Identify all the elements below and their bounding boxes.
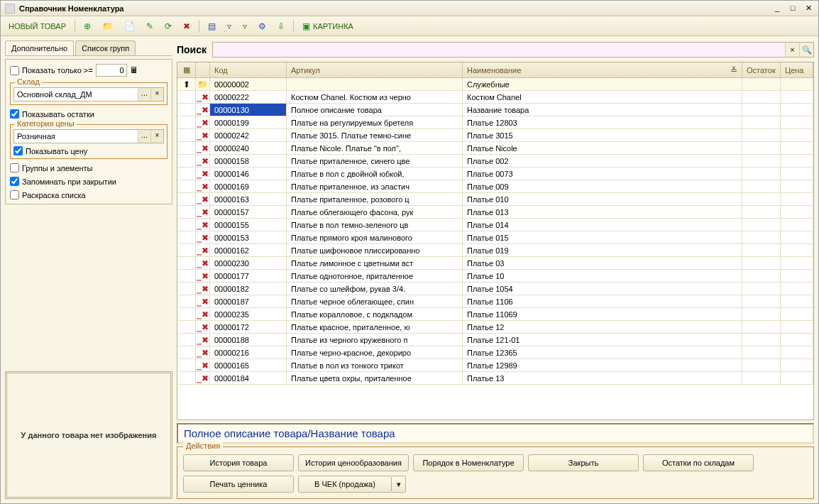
warehouse-select-button[interactable]: … — [138, 88, 150, 101]
history-button[interactable]: История товара — [183, 454, 294, 471]
show-only-checkbox[interactable]: Показать только >= — [10, 66, 93, 75]
warehouse-combo[interactable]: … × — [13, 87, 164, 102]
order-nomenclature-button[interactable]: Порядок в Номенклатуре — [413, 454, 524, 471]
cell-stock — [742, 359, 781, 371]
table-row[interactable]: ⎯✖00000235Платье коралловое, с подкладом… — [177, 308, 813, 321]
table-row[interactable]: ⎯✖00000146Платье в пол с двойной юбкой,П… — [177, 168, 813, 180]
cell-name: Платье 12803 — [463, 116, 742, 128]
show-stock-checkbox[interactable]: Показывать остатки — [10, 109, 167, 119]
col-stock[interactable]: Остаток — [742, 62, 781, 77]
table-row[interactable]: ⎯✖00000169Платье приталенное, из эластич… — [177, 180, 813, 193]
picture-button[interactable]: ▣КАРТИНКА — [297, 19, 358, 33]
search-input[interactable] — [213, 43, 785, 57]
table-row[interactable]: ⬆📁00000002Служебные — [177, 78, 813, 91]
col-name[interactable]: Наименование≚ — [463, 62, 742, 77]
table-row[interactable]: ⎯✖00000157Платье облегающего фасона, рук… — [177, 206, 813, 219]
show-only-value[interactable] — [96, 64, 127, 77]
price-history-button[interactable]: История ценообразования — [298, 454, 409, 471]
calc-icon[interactable]: 🖩 — [130, 66, 138, 75]
list-coloring-checkbox[interactable]: Раскраска списка — [10, 190, 167, 199]
cell-article: Костюм Chanel. Костюм из черно — [287, 91, 463, 103]
table-row[interactable]: ⎯✖00000163Платье приталенное, розового ц… — [177, 193, 813, 206]
item-icon: ⎯✖ — [197, 157, 209, 165]
cell-price — [781, 257, 813, 269]
item-icon: ⎯✖ — [197, 131, 209, 140]
item-icon: ⎯✖ — [197, 170, 209, 178]
copy-button[interactable]: 📄 — [119, 19, 140, 33]
delete-button[interactable]: ✖ — [178, 19, 195, 33]
edit-button[interactable]: ✎ — [141, 19, 158, 33]
search-clear-button[interactable]: × — [785, 43, 799, 57]
table-row[interactable]: ⎯✖00000187Платье черное облегающее, спин… — [177, 295, 813, 308]
cell-code: 00000162 — [210, 244, 287, 256]
table-row[interactable]: ⎯✖00000188Платье из черного кружевного п… — [177, 334, 813, 346]
tab-groups[interactable]: Список групп — [75, 40, 136, 55]
table-row[interactable]: ⎯✖00000242Платье 3015. Платье темно-сине… — [177, 129, 813, 142]
cell-price — [781, 295, 813, 307]
stock-by-warehouse-button[interactable]: Остатки по складам — [643, 454, 754, 471]
table-row[interactable]: ⎯✖00000165Платье в пол из тонкого трикот… — [177, 359, 813, 372]
cell-code: 00000235 — [210, 308, 287, 320]
filter2-button[interactable]: ▿ — [222, 19, 236, 33]
refresh-button[interactable]: ⟳ — [160, 19, 177, 33]
table-row[interactable]: ⎯✖00000240Платье Nicole. Платье "в пол",… — [177, 142, 813, 155]
table-row[interactable]: ⎯✖00000130Полное описание товараНазвание… — [177, 104, 813, 116]
table-row[interactable]: ⎯✖00000222Костюм Chanel. Костюм из черно… — [177, 91, 813, 104]
table-row[interactable]: ⎯✖00000162Платье шифоновое плиссированно… — [177, 244, 813, 257]
cell-name: Костюм Chanel — [463, 91, 742, 103]
close-window-button[interactable]: ✕ — [803, 4, 814, 13]
price-category-combo[interactable]: … × — [13, 129, 164, 143]
col-code[interactable]: Код — [210, 62, 287, 77]
price-category-clear-button[interactable]: × — [150, 130, 163, 143]
table-row[interactable]: ⎯✖00000158Платье приталенное, синего цве… — [177, 155, 813, 168]
warehouse-input[interactable] — [14, 88, 138, 101]
price-category-select-button[interactable]: … — [138, 130, 150, 143]
table-row[interactable]: ⎯✖00000172Платье красное, приталенное, ю… — [177, 321, 813, 334]
table-row[interactable]: ⎯✖00000184Платье цвета охры, приталенное… — [177, 372, 813, 385]
table-row[interactable]: ⎯✖00000230Платье лимонное с цветными вст… — [177, 257, 813, 270]
cell-article: Платье лимонное с цветными вст — [287, 257, 463, 269]
cell-code: 00000002 — [210, 78, 287, 90]
filter-button[interactable]: ▤ — [203, 19, 221, 33]
add-button[interactable]: ⊕ — [79, 19, 96, 33]
cell-price — [781, 193, 813, 205]
table-row[interactable]: ⎯✖00000199Платье на регулируемых бретеля… — [177, 116, 813, 129]
to-check-button[interactable]: В ЧЕК (продажа) — [298, 476, 392, 493]
image-placeholder: У данного товара нет изображения — [5, 371, 172, 499]
table-row[interactable]: ⎯✖00000182Платье со шлейфом, рукав 3/4.П… — [177, 283, 813, 295]
pencil-icon: ✎ — [146, 22, 153, 31]
cell-price — [781, 334, 813, 346]
settings-button[interactable]: ⚙ — [253, 19, 271, 33]
new-item-button[interactable]: НОВЫЙ ТОВАР — [4, 19, 71, 33]
print-pricetag-button[interactable]: Печать ценника — [183, 476, 294, 493]
maximize-button[interactable]: □ — [787, 4, 798, 13]
item-icon: ⎯✖ — [197, 259, 209, 268]
add-group-button[interactable]: 📁 — [97, 19, 118, 33]
show-price-checkbox[interactable]: Показывать цену — [13, 146, 164, 155]
remember-on-close-checkbox[interactable]: Запоминать при закрытии — [10, 177, 167, 186]
tab-additional[interactable]: Дополнительно — [5, 40, 74, 55]
minimize-button[interactable]: _ — [771, 4, 783, 13]
table-row[interactable]: ⎯✖00000153Платье прямого кроя малинового… — [177, 231, 813, 244]
table-row[interactable]: ⎯✖00000216Платье черно-красное, декориро… — [177, 346, 813, 359]
grid-body[interactable]: ⬆📁00000002Служебные⎯✖00000222Костюм Chan… — [177, 78, 813, 420]
table-row[interactable]: ⎯✖00000177Платье однотонное, приталенное… — [177, 270, 813, 283]
filter-off-button[interactable]: ▿ — [238, 19, 252, 33]
search-go-button[interactable]: 🔍 — [799, 43, 813, 57]
titlebar: Справочник Номенклатура _ □ ✕ — [1, 1, 818, 16]
close-button[interactable]: Закрыть — [528, 454, 639, 471]
table-row[interactable]: ⎯✖00000155Платье в пол темно-зеленого цв… — [177, 219, 813, 231]
groups-elements-checkbox[interactable]: Группы и элементы — [10, 163, 167, 172]
warehouse-clear-button[interactable]: × — [150, 88, 163, 101]
price-category-input[interactable] — [14, 130, 138, 143]
to-check-dropdown[interactable]: ▾ — [392, 476, 406, 493]
item-icon: ⎯✖ — [197, 144, 209, 153]
col-spacer2[interactable] — [196, 62, 210, 77]
cell-code: 00000182 — [210, 283, 287, 295]
cell-price — [781, 321, 813, 333]
col-article[interactable]: Артикул — [287, 62, 463, 77]
cell-article: Платье однотонное, приталенное — [287, 270, 463, 282]
export-button[interactable]: ⇩ — [273, 19, 290, 33]
col-price[interactable]: Цена — [781, 62, 813, 77]
col-spacer1[interactable]: ▦ — [177, 62, 196, 77]
